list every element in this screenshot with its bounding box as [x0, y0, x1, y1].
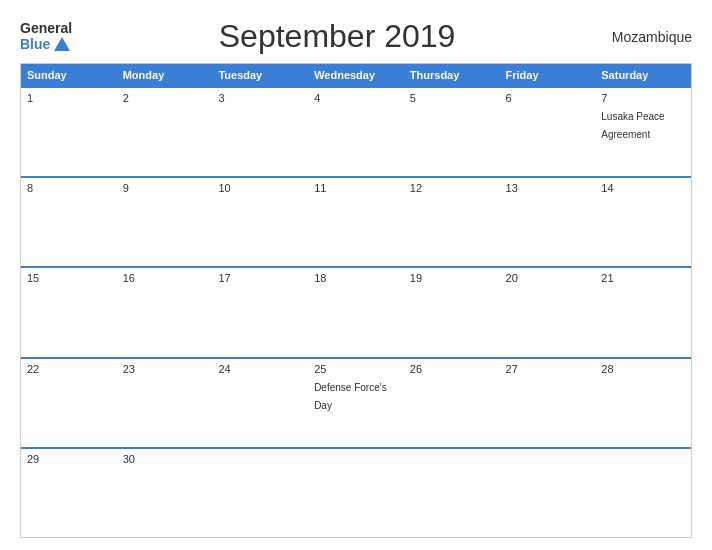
country-label: Mozambique	[602, 29, 692, 45]
week-row-2: 891011121314	[21, 176, 691, 266]
cal-cell: 18	[308, 268, 404, 356]
day-number: 25	[314, 363, 398, 375]
cal-cell: 9	[117, 178, 213, 266]
cal-cell: 13	[500, 178, 596, 266]
day-number: 19	[410, 272, 494, 284]
day-number: 18	[314, 272, 398, 284]
cal-cell: 7Lusaka Peace Agreement	[595, 88, 691, 176]
day-number: 13	[506, 182, 590, 194]
cal-cell: 1	[21, 88, 117, 176]
calendar-header-row: SundayMondayTuesdayWednesdayThursdayFrid…	[21, 64, 691, 86]
day-number: 10	[218, 182, 302, 194]
day-number: 21	[601, 272, 685, 284]
calendar: SundayMondayTuesdayWednesdayThursdayFrid…	[20, 63, 692, 538]
day-number: 26	[410, 363, 494, 375]
day-number: 12	[410, 182, 494, 194]
day-number: 8	[27, 182, 111, 194]
cal-cell: 24	[212, 359, 308, 447]
day-of-week-sunday: Sunday	[21, 64, 117, 86]
week-row-4: 22232425Defense Force's Day262728	[21, 357, 691, 447]
logo: General Blue	[20, 21, 72, 52]
event-label: Defense Force's Day	[314, 382, 387, 411]
header: General Blue September 2019 Mozambique	[20, 18, 692, 55]
cal-cell: 29	[21, 449, 117, 537]
calendar-title: September 2019	[72, 18, 602, 55]
day-number: 6	[506, 92, 590, 104]
logo-triangle-icon	[54, 37, 70, 51]
day-number: 27	[506, 363, 590, 375]
day-number: 11	[314, 182, 398, 194]
logo-blue-text: Blue	[20, 37, 70, 52]
day-number: 28	[601, 363, 685, 375]
cal-cell: 19	[404, 268, 500, 356]
week-row-1: 1234567Lusaka Peace Agreement	[21, 86, 691, 176]
day-number: 30	[123, 453, 207, 465]
day-number: 16	[123, 272, 207, 284]
day-number: 24	[218, 363, 302, 375]
cal-cell: 11	[308, 178, 404, 266]
cal-cell: 16	[117, 268, 213, 356]
cal-cell: 14	[595, 178, 691, 266]
day-number: 5	[410, 92, 494, 104]
cal-cell: 4	[308, 88, 404, 176]
day-number: 15	[27, 272, 111, 284]
day-number: 29	[27, 453, 111, 465]
cal-cell: 8	[21, 178, 117, 266]
cal-cell: 2	[117, 88, 213, 176]
day-number: 14	[601, 182, 685, 194]
cal-cell: 22	[21, 359, 117, 447]
day-number: 7	[601, 92, 685, 104]
day-number: 23	[123, 363, 207, 375]
cal-cell: 30	[117, 449, 213, 537]
day-number: 9	[123, 182, 207, 194]
cal-cell: 20	[500, 268, 596, 356]
calendar-body: 1234567Lusaka Peace Agreement89101112131…	[21, 86, 691, 537]
logo-general-text: General	[20, 21, 72, 36]
cal-cell: 27	[500, 359, 596, 447]
cal-cell: 5	[404, 88, 500, 176]
cal-cell	[212, 449, 308, 537]
cal-cell: 3	[212, 88, 308, 176]
cal-cell: 6	[500, 88, 596, 176]
day-number: 4	[314, 92, 398, 104]
cal-cell: 25Defense Force's Day	[308, 359, 404, 447]
day-of-week-wednesday: Wednesday	[308, 64, 404, 86]
cal-cell: 23	[117, 359, 213, 447]
cal-cell: 10	[212, 178, 308, 266]
cal-cell	[500, 449, 596, 537]
day-of-week-thursday: Thursday	[404, 64, 500, 86]
page: General Blue September 2019 Mozambique S…	[0, 0, 712, 550]
day-number: 20	[506, 272, 590, 284]
day-number: 3	[218, 92, 302, 104]
day-number: 1	[27, 92, 111, 104]
cal-cell: 26	[404, 359, 500, 447]
day-of-week-saturday: Saturday	[595, 64, 691, 86]
day-number: 17	[218, 272, 302, 284]
week-row-3: 15161718192021	[21, 266, 691, 356]
week-row-5: 2930	[21, 447, 691, 537]
cal-cell: 28	[595, 359, 691, 447]
cal-cell: 17	[212, 268, 308, 356]
event-label: Lusaka Peace Agreement	[601, 111, 664, 140]
day-number: 22	[27, 363, 111, 375]
cal-cell: 21	[595, 268, 691, 356]
cal-cell	[404, 449, 500, 537]
day-number: 2	[123, 92, 207, 104]
day-of-week-monday: Monday	[117, 64, 213, 86]
day-of-week-friday: Friday	[500, 64, 596, 86]
cal-cell: 15	[21, 268, 117, 356]
cal-cell: 12	[404, 178, 500, 266]
day-of-week-tuesday: Tuesday	[212, 64, 308, 86]
cal-cell	[308, 449, 404, 537]
cal-cell	[595, 449, 691, 537]
